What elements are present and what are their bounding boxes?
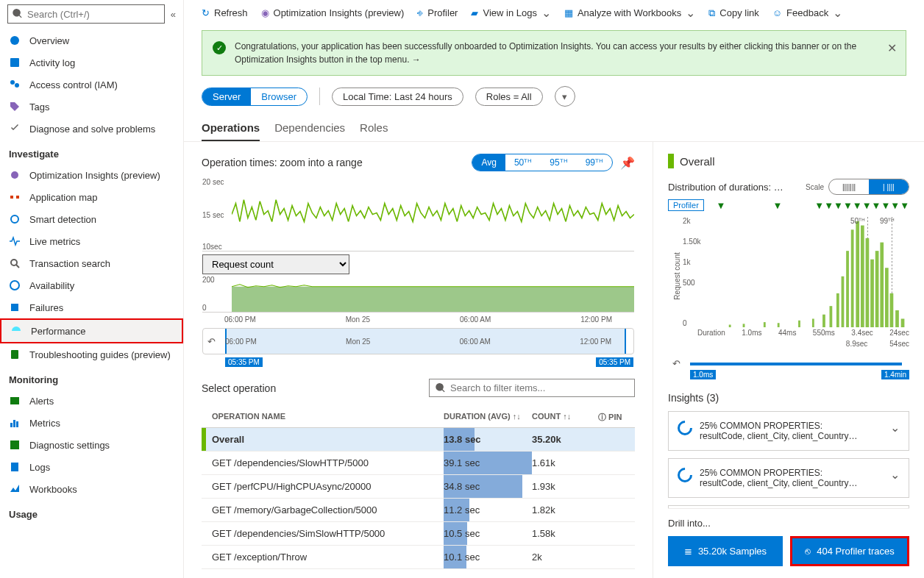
nav-tags[interactable]: Tags [0, 96, 183, 118]
pct-50[interactable]: 50ᵀᴴ [505, 154, 541, 171]
time-range-pill[interactable]: Local Time: Last 24 hours [332, 88, 463, 106]
optimization-insights-button[interactable]: ◉Optimization Insights (preview) [261, 7, 405, 18]
svg-rect-28 [836, 293, 839, 327]
col-count[interactable]: COUNT ↑↓ [532, 412, 598, 423]
pct-95[interactable]: 95ᵀᴴ [541, 154, 576, 171]
table-row[interactable]: GET /dependencies/SimSlowHTTP/5000 10.5 … [202, 522, 635, 546]
toggle-browser[interactable]: Browser [251, 88, 307, 105]
brush-start-label: 05:35 PM [225, 357, 263, 367]
undo-icon[interactable]: ↶ [672, 358, 680, 369]
tab-operations[interactable]: Operations [202, 117, 260, 141]
nav-optimization-insights[interactable]: Optimization Insights (preview) [0, 164, 183, 186]
roles-pill[interactable]: Roles = All [475, 88, 543, 106]
operation-time-chart[interactable]: 20 sec 15 sec 10sec Request count 200 0 [202, 177, 635, 355]
sidebar-search[interactable] [7, 4, 165, 24]
copy-link-button[interactable]: ⧉Copy link [708, 7, 758, 19]
op-name: GET /exception/Throw [202, 552, 444, 563]
nav-workbooks[interactable]: Workbooks [0, 478, 183, 500]
tab-roles[interactable]: Roles [360, 117, 388, 141]
nav-troubleshooting[interactable]: Troubleshooting guides (preview) [0, 343, 183, 365]
nav-logs[interactable]: Logs [0, 456, 183, 478]
svg-point-3 [15, 83, 19, 88]
nav-application-map[interactable]: Application map [0, 186, 183, 208]
op-count: 1.61k [532, 457, 598, 468]
nav-smart-detection[interactable]: Smart detection [0, 208, 183, 230]
pct-99[interactable]: 99ᵀᴴ [577, 154, 612, 171]
collapse-sidebar-icon[interactable]: « [171, 9, 176, 20]
profiler-tag[interactable]: Profiler [668, 199, 704, 211]
nav-availability[interactable]: Availability [0, 274, 183, 296]
table-row[interactable]: Overall 13.8 sec 35.20k [202, 428, 635, 452]
samples-button[interactable]: ≣35.20k Samples [668, 536, 783, 566]
insight-card[interactable]: 25% COMMON PROPERTIES:resultCode, client… [668, 411, 909, 451]
table-row[interactable]: GET /exception/Throw 10.1 sec 2k [202, 546, 635, 569]
add-filter-button[interactable]: ▾ [555, 86, 575, 107]
tab-dependencies[interactable]: Dependencies [274, 117, 345, 141]
operations-table: OPERATION NAME DURATION (AVG) ↑↓ COUNT ↑… [202, 407, 635, 569]
feedback-button[interactable]: ☺Feedback ⌄ [772, 6, 842, 20]
profiler-button[interactable]: ⎆Profiler [417, 7, 458, 18]
op-duration: 39.1 sec [444, 457, 480, 468]
nav-metrics[interactable]: Metrics [0, 412, 183, 434]
nav-live-metrics[interactable]: Live metrics [0, 230, 183, 252]
nav-failures[interactable]: Failures [0, 296, 183, 318]
table-row[interactable]: GET /dependencies/SlowHTTP/5000 39.1 sec… [202, 452, 635, 475]
nav-overview[interactable]: Overview [0, 29, 183, 51]
search-icon [13, 9, 23, 19]
svg-rect-27 [830, 306, 833, 327]
insight-card[interactable]: 25% COMMON PROPERTIES:resultCode, client… [668, 458, 909, 498]
scale-linear[interactable]: ||||||| [829, 179, 869, 194]
operation-filter[interactable] [429, 379, 635, 397]
trace-icon: ⎋ [805, 546, 811, 557]
chevron-down-icon[interactable]: ⌄ [890, 421, 900, 435]
duration-histogram[interactable]: Request count 2k 1.50k 1k 500 0 50ᵀᴴ 99ᵀ… [668, 217, 909, 327]
table-row[interactable]: GET /perfCPU/HighCPUAsync/20000 34.8 sec… [202, 475, 635, 499]
duration-range-slider[interactable]: ↶ 1.0ms 1.4min [668, 357, 909, 379]
percentile-toggle[interactable]: Avg 50ᵀᴴ 95ᵀᴴ 99ᵀᴴ [472, 154, 613, 171]
nav-performance[interactable]: Performance [0, 318, 183, 343]
svg-point-4 [11, 171, 18, 179]
table-row[interactable]: GET /memory/GarbageCollection/5000 11.2 … [202, 499, 635, 522]
nav-diagnose[interactable]: Diagnose and solve problems [0, 118, 183, 140]
svg-rect-39 [890, 293, 894, 327]
op-count: 1.93k [532, 481, 598, 492]
y-axis-label: 0 [202, 304, 207, 312]
chevron-down-icon: ⌄ [541, 6, 551, 20]
analyze-workbooks-button[interactable]: ▦Analyze with Workbooks ⌄ [564, 6, 695, 20]
chevron-down-icon: ⌄ [686, 6, 695, 20]
nav-access-control[interactable]: Access control (IAM) [0, 74, 183, 96]
request-count-select[interactable]: Request count [202, 254, 349, 274]
pct-avg[interactable]: Avg [472, 154, 505, 171]
banner-text: Congratulations, your application has be… [235, 41, 856, 65]
toolbar: ↻Refresh ◉Optimization Insights (preview… [184, 0, 924, 26]
scale-log[interactable]: | |||| [869, 179, 909, 194]
nav-transaction-search[interactable]: Transaction search [0, 252, 183, 274]
server-browser-toggle[interactable]: Server Browser [202, 88, 308, 106]
col-duration[interactable]: DURATION (AVG) ↑↓ [444, 412, 532, 423]
search-input[interactable] [27, 9, 160, 20]
chevron-down-icon[interactable]: ⌄ [890, 468, 900, 482]
pin-icon[interactable]: 📌 [620, 156, 635, 170]
svg-rect-26 [822, 315, 825, 327]
y-axis-label: 15 sec [202, 211, 224, 219]
onboard-banner[interactable]: ✓ Congratulations, your application has … [202, 30, 906, 76]
col-pin[interactable]: ⓘ PIN [598, 412, 635, 423]
close-icon[interactable]: ✕ [887, 40, 897, 57]
svg-rect-10 [11, 304, 18, 311]
scale-toggle[interactable]: ||||||| | |||| [828, 179, 909, 195]
op-count: 1.58k [532, 528, 598, 539]
time-brush[interactable]: ↶ 06:00 PM Mon 25 06:00 AM 12:00 PM 05:3… [202, 328, 634, 354]
select-operation-title: Select operation [202, 382, 276, 394]
refresh-button[interactable]: ↻Refresh [202, 7, 248, 18]
nav-activity-log[interactable]: Activity log [0, 51, 183, 74]
nav-diagnostic-settings[interactable]: Diagnostic settings [0, 434, 183, 456]
profiler-traces-button[interactable]: ⎋404 Profiler traces [790, 536, 909, 566]
operation-filter-input[interactable] [450, 382, 628, 393]
view-logs-button[interactable]: ▰View in Logs ⌄ [471, 6, 550, 20]
op-duration: 13.8 sec [444, 434, 481, 445]
nav-alerts[interactable]: Alerts [0, 390, 183, 412]
insight-icon [675, 465, 695, 485]
op-duration: 11.2 sec [444, 504, 480, 515]
col-operation-name[interactable]: OPERATION NAME [202, 412, 444, 423]
toggle-server[interactable]: Server [202, 88, 251, 105]
